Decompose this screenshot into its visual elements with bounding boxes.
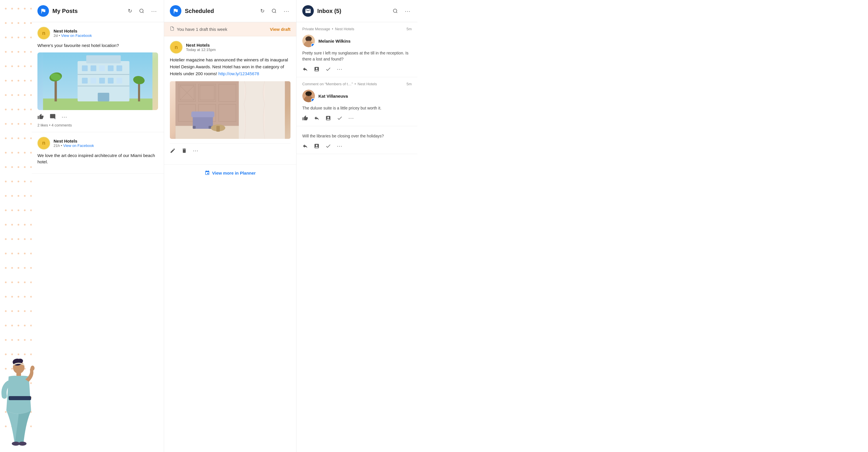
scheduled-post-actions: ···: [170, 144, 290, 157]
inbox-message-actions-2: ···: [302, 115, 412, 121]
post-image-1: [37, 53, 158, 110]
message-username-2: Kat Villaneuva: [318, 94, 348, 98]
resolve-button-1[interactable]: [325, 66, 331, 72]
reply-button-2[interactable]: [314, 115, 319, 121]
figure-illustration: [0, 359, 37, 452]
inbox-meta-1: Private Message • Nest Hotels 5m: [302, 27, 412, 31]
scheduled-post: n Nest Hotels Today at 12:15pm Hotelier …: [164, 36, 296, 162]
svg-point-188: [140, 9, 143, 12]
svg-rect-203: [82, 78, 88, 84]
inbox-user-row-1: Melanie Wilkins: [302, 35, 412, 47]
message-more-button-1[interactable]: ···: [337, 66, 343, 72]
svg-point-187: [19, 442, 27, 446]
draft-icon: [170, 26, 175, 32]
resolve-button-3[interactable]: [325, 143, 331, 149]
comment-button[interactable]: [50, 114, 56, 120]
search-button[interactable]: [138, 7, 145, 15]
scheduled-avatar: n: [170, 41, 183, 54]
post-actions-1: ···: [37, 114, 158, 120]
view-draft-link[interactable]: View draft: [270, 27, 290, 32]
view-more-planner-button[interactable]: View more in Planner: [164, 164, 296, 181]
scheduled-post-image: [170, 81, 290, 139]
svg-line-235: [397, 12, 397, 13]
post-info-2: Nest Hotels 21h • View on Facebook: [54, 139, 94, 148]
main-layout: My Posts ↻ ··· n Nest Hotels: [0, 0, 868, 452]
svg-line-189: [143, 12, 144, 13]
post-age: 2d: [54, 33, 58, 38]
my-posts-content: n Nest Hotels 2d • View on Facebook Wher…: [32, 22, 164, 452]
svg-rect-192: [55, 78, 57, 101]
svg-point-247: [309, 94, 310, 95]
scheduled-post-info: Nest Hotels Today at 12:15pm: [186, 42, 216, 52]
nest-hotels-avatar: n: [37, 27, 50, 39]
assign-button-1[interactable]: [314, 66, 319, 72]
post-item-2: n Nest Hotels 21h • View on Facebook We …: [32, 132, 164, 174]
svg-point-246: [307, 94, 308, 95]
more-options-button[interactable]: ···: [150, 7, 158, 16]
message-badge-1: [311, 43, 315, 47]
message-more-button-2[interactable]: ···: [348, 115, 354, 121]
message-type-2: Comment on “Members of t…”: [302, 82, 353, 86]
assign-button-2[interactable]: [325, 115, 331, 121]
message-text-2: The duluxe suite is a little pricey but …: [302, 105, 412, 111]
post-time-2: 21h • View on Facebook: [54, 144, 94, 148]
message-type-1: Private Message: [302, 27, 330, 31]
svg-line-213: [275, 12, 276, 13]
svg-rect-196: [78, 74, 129, 75]
view-on-facebook-link-2[interactable]: View on Facebook: [63, 144, 94, 148]
inbox-actions-header: ···: [392, 7, 412, 16]
svg-rect-199: [91, 65, 96, 71]
svg-point-240: [307, 39, 308, 40]
scheduled-search-button[interactable]: [270, 7, 278, 15]
scheduled-post-author: Nest Hotels: [186, 42, 216, 48]
like-button-2[interactable]: [302, 115, 308, 121]
reply-button-1[interactable]: [302, 66, 308, 72]
svg-rect-233: [217, 126, 220, 132]
scheduled-title: Scheduled: [185, 8, 256, 14]
scheduled-post-meta: n Nest Hotels Today at 12:15pm: [170, 41, 290, 54]
message-text-1: Pretty sure I left my sunglasses at the …: [302, 50, 412, 62]
edit-post-button[interactable]: [170, 148, 176, 154]
view-more-planner-label: View more in Planner: [212, 171, 256, 176]
svg-point-244: [306, 91, 312, 96]
svg-point-182: [17, 359, 23, 363]
reply-button-3[interactable]: [302, 143, 308, 149]
message-brand-1: Nest Hotels: [335, 27, 354, 31]
inbox-message-1: Private Message • Nest Hotels 5m: [297, 22, 417, 77]
post-link[interactable]: http://ow.ly/12345678: [218, 71, 259, 76]
svg-rect-197: [78, 86, 129, 86]
inbox-content: Private Message • Nest Hotels 5m: [297, 22, 417, 452]
inbox-meta-left-2: Comment on “Members of t…” • Nest Hotels: [302, 82, 377, 86]
scheduled-refresh-button[interactable]: ↻: [259, 7, 266, 15]
svg-rect-184: [9, 396, 31, 400]
svg-point-185: [31, 366, 35, 371]
svg-rect-201: [108, 65, 114, 71]
inbox-icon-container: [302, 5, 314, 17]
svg-point-234: [394, 9, 397, 12]
refresh-button[interactable]: ↻: [127, 7, 133, 15]
svg-point-212: [272, 9, 276, 12]
inbox-more-button[interactable]: ···: [404, 7, 412, 16]
resolve-button-2[interactable]: [337, 115, 343, 121]
view-on-facebook-link[interactable]: View on Facebook: [61, 33, 92, 38]
assign-button-3[interactable]: [314, 143, 319, 149]
scheduled-post-more-button[interactable]: ···: [193, 147, 199, 154]
post-text-1: Where's your favourite nest hotel locati…: [37, 42, 158, 49]
delete-post-button[interactable]: [181, 148, 187, 154]
scheduled-more-button[interactable]: ···: [282, 7, 290, 16]
post-author: Nest Hotels: [54, 29, 92, 33]
meta-dot-1: •: [332, 27, 333, 31]
meta-dot-2: •: [355, 82, 356, 86]
inbox-message-3: Will the libraries be closing over the h…: [297, 126, 417, 154]
message-more-button-3[interactable]: ···: [337, 143, 343, 149]
message-time-1: 5m: [406, 27, 412, 31]
melanie-avatar: [302, 35, 315, 47]
scheduled-content: You have 1 draft this week View draft n …: [164, 22, 296, 452]
my-posts-panel: My Posts ↻ ··· n Nest Hotels: [32, 0, 164, 452]
post-age-2: 21h: [54, 144, 60, 148]
draft-banner-text: You have 1 draft this week: [177, 27, 227, 32]
inbox-header: Inbox (5) ···: [297, 0, 417, 22]
inbox-search-button[interactable]: [392, 7, 399, 15]
like-button[interactable]: [37, 114, 44, 120]
post-more-button[interactable]: ···: [62, 114, 67, 120]
